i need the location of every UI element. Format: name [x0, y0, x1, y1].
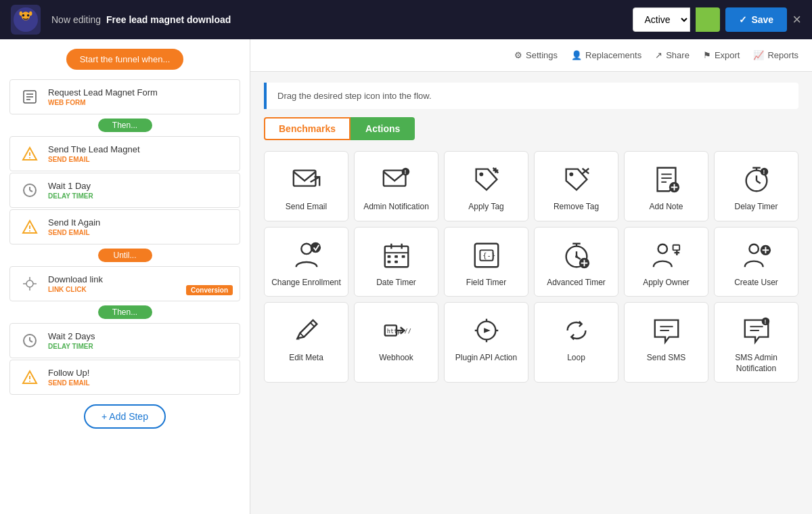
svg-point-82 — [749, 244, 758, 253]
flow-item-download-link[interactable]: Download link LINK CLICK Conversion — [9, 266, 240, 301]
svg-point-72 — [575, 255, 578, 258]
item-sub: SEND EMAIL — [48, 156, 230, 163]
reports-link[interactable]: 📈 Reports — [753, 50, 798, 60]
icon-card-edit-meta[interactable]: Edit Meta — [264, 302, 348, 383]
flow-item-follow-up[interactable]: Follow Up! SEND EMAIL — [9, 360, 240, 395]
icon-card-field-timer[interactable]: {-} Field Timer — [444, 227, 528, 297]
svg-point-29 — [29, 381, 30, 382]
svg-point-19 — [26, 280, 33, 287]
drag-instruction: Drag the desired step icon into the flow… — [264, 83, 798, 109]
icon-label-plugin-api-action: Plugin API Action — [455, 353, 517, 364]
icon-card-webhook[interactable]: http:// Webhook — [354, 302, 438, 383]
reports-icon: 📈 — [753, 50, 764, 60]
icon-label-field-timer: Field Timer — [466, 278, 506, 288]
export-link[interactable]: ⚑ Export — [703, 50, 740, 60]
svg-line-15 — [30, 190, 32, 192]
icon-card-send-email[interactable]: Send Email — [264, 151, 348, 221]
warn-icon-3 — [20, 367, 40, 387]
item-title: Request Lead Magnet Form — [48, 87, 230, 98]
icon-label-loop: Loop — [567, 353, 585, 364]
icon-card-remove-tag[interactable]: Remove Tag — [534, 151, 618, 221]
svg-rect-62 — [394, 255, 398, 258]
icon-label-change-enrollment: Change Enrollment — [271, 278, 341, 288]
add-step-button[interactable]: + Add Step — [84, 404, 166, 429]
icon-label-remove-tag: Remove Tag — [554, 202, 599, 213]
icon-card-sms-admin-notification[interactable]: ! SMS Admin Notification — [714, 302, 798, 383]
settings-icon: ⚙ — [514, 50, 522, 60]
icon-label-send-sms: Send SMS — [647, 353, 685, 364]
icon-card-delay-timer[interactable]: ! Delay Timer — [714, 151, 798, 221]
flow-item-send-lead-magnet[interactable]: Send The Lead Magnet SEND EMAIL — [9, 136, 240, 171]
icon-card-create-user[interactable]: Create User — [714, 227, 798, 297]
icon-card-add-note[interactable]: Add Note — [624, 151, 708, 221]
export-icon: ⚑ — [703, 50, 711, 60]
icon-label-create-user: Create User — [734, 278, 778, 288]
layout: Start the funnel when... Request Lead Ma… — [0, 39, 812, 514]
tab-benchmarks[interactable]: Benchmarks — [264, 117, 351, 140]
clock-icon-2 — [20, 330, 40, 351]
item-title: Send It Again — [48, 217, 230, 228]
icon-card-plugin-api-action[interactable]: Plugin API Action — [444, 302, 528, 383]
connector-then-1: Then... — [98, 119, 152, 132]
link-icon — [20, 274, 40, 294]
close-button[interactable]: × — [792, 12, 801, 27]
svg-rect-63 — [401, 255, 405, 258]
svg-text:!: ! — [404, 169, 406, 175]
icon-card-apply-owner[interactable]: Apply Owner — [624, 227, 708, 297]
item-title: Download link — [48, 274, 230, 284]
status-select[interactable]: Active — [633, 7, 690, 32]
svg-point-35 — [479, 172, 483, 176]
warn-icon-1 — [20, 144, 40, 164]
icon-card-apply-tag[interactable]: Apply Tag — [444, 151, 528, 221]
icon-label-delay-timer: Delay Timer — [734, 202, 777, 213]
svg-rect-65 — [394, 260, 398, 263]
svg-point-3 — [29, 12, 32, 16]
tabs-row: Benchmarks Actions — [264, 117, 798, 140]
replacements-link[interactable]: 👤 Replacements — [571, 50, 641, 60]
icon-label-advanced-timer: Advanced Timer — [547, 278, 606, 288]
svg-point-78 — [658, 244, 667, 253]
flow-item-send-it-again[interactable]: Send It Again SEND EMAIL — [9, 209, 240, 244]
clock-icon-1 — [20, 180, 40, 200]
icon-card-change-enrollment[interactable]: Change Enrollment — [264, 227, 348, 297]
save-button[interactable]: ✓ Save — [725, 7, 787, 32]
status-color-btn[interactable] — [696, 7, 720, 32]
svg-line-87 — [310, 323, 314, 327]
item-sub: DELAY TIMER — [48, 343, 230, 350]
item-sub: SEND EMAIL — [48, 229, 230, 236]
topbar: Now editing Free lead magnet download Ac… — [0, 0, 812, 39]
sidebar: Start the funnel when... Request Lead Ma… — [0, 39, 250, 514]
svg-rect-64 — [387, 260, 390, 263]
funnel-name: Free lead magnet download — [106, 14, 231, 25]
icons-grid: Send Email ! Admin Notification — [264, 151, 798, 396]
flow-item-request-form[interactable]: Request Lead Magnet Form WEB FORM — [9, 79, 240, 114]
item-title: Wait 2 Days — [48, 331, 230, 341]
icon-card-loop[interactable]: Loop — [534, 302, 618, 383]
main-area: ⚙ Settings 👤 Replacements ↗ Share ⚑ Expo… — [250, 39, 812, 514]
item-sub: SEND EMAIL — [48, 379, 230, 387]
icon-card-advanced-timer[interactable]: Advanced Timer — [534, 227, 618, 297]
svg-line-86 — [300, 333, 304, 337]
tab-actions[interactable]: Actions — [351, 117, 415, 140]
warn-icon-2 — [20, 217, 40, 237]
icon-card-admin-notification[interactable]: ! Admin Notification — [354, 151, 438, 221]
start-funnel-button[interactable]: Start the funnel when... — [66, 49, 184, 70]
flow-item-wait-2-days[interactable]: Wait 2 Days DELAY TIMER — [9, 323, 240, 358]
settings-link[interactable]: ⚙ Settings — [514, 50, 558, 60]
svg-point-5 — [27, 14, 30, 17]
share-link[interactable]: ↗ Share — [655, 50, 690, 60]
svg-text:!: ! — [764, 319, 766, 326]
svg-text:{-}: {-} — [482, 251, 495, 259]
svg-rect-61 — [387, 255, 390, 258]
item-title: Wait 1 Day — [48, 181, 230, 191]
icon-card-send-sms[interactable]: Send SMS — [624, 302, 708, 383]
icon-label-webhook: Webhook — [379, 353, 413, 364]
icon-card-date-timer[interactable]: Date Timer — [354, 227, 438, 297]
icon-label-send-email: Send Email — [286, 202, 327, 213]
item-sub: DELAY TIMER — [48, 192, 230, 200]
icon-label-apply-owner: Apply Owner — [643, 278, 690, 288]
conversion-badge: Conversion — [186, 285, 233, 295]
flow-item-wait-1-day[interactable]: Wait 1 Day DELAY TIMER — [9, 173, 240, 208]
svg-text:!: ! — [763, 169, 765, 175]
svg-line-26 — [30, 341, 32, 342]
